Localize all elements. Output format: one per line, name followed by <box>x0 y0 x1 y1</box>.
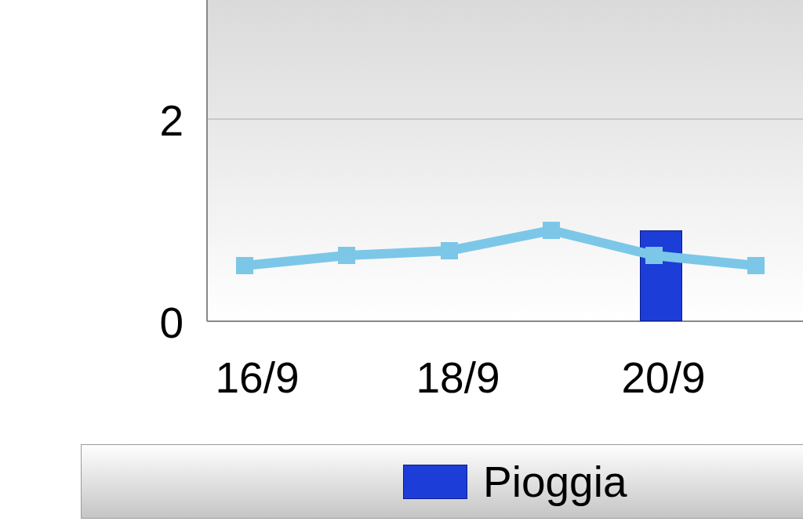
line-marker <box>338 247 355 264</box>
x-tick-20-9: 20/9 <box>621 353 705 403</box>
line-marker <box>645 247 663 264</box>
line-marker <box>441 242 458 259</box>
legend-swatch-pioggia <box>403 465 467 499</box>
line-marker <box>543 222 560 239</box>
line-marker <box>747 257 765 274</box>
legend: Pioggia <box>81 444 803 519</box>
line-path <box>245 230 756 266</box>
y-tick-2: 2 <box>159 96 183 146</box>
x-tick-16-9: 16/9 <box>215 353 299 403</box>
line-marker <box>236 257 253 274</box>
x-tick-18-9: 18/9 <box>416 353 500 403</box>
legend-label-pioggia: Pioggia <box>483 457 627 507</box>
chart-container: 2 0 Velo 16/9 18/9 20/9 Pioggia <box>0 0 803 532</box>
y-tick-0: 0 <box>159 298 183 348</box>
